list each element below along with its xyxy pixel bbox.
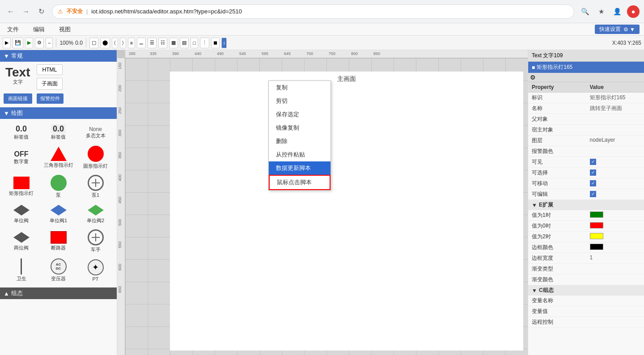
sidebar-item-sanitary[interactable]: 卫生	[4, 257, 39, 284]
canvas-area[interactable]: 285 335 390 440 490 545 595 645 700 750 …	[117, 50, 528, 355]
sidebar-item-two-valve[interactable]: 两位阀	[4, 228, 39, 255]
offset-value: 0.0	[75, 40, 83, 46]
ctx-save-selected[interactable]: 保存选定	[269, 108, 330, 121]
sidebar-item-rect-light[interactable]: 矩形指示灯	[4, 173, 39, 200]
section-common-arrow: ▼	[4, 53, 9, 59]
prop-val-editable: ✓	[586, 189, 644, 199]
canvas-content[interactable]: 主画面 跳转至子画面 复制 剪切 保存选定 镜像复制 删除 从控件粘贴	[125, 58, 528, 355]
back-button[interactable]: ←	[4, 5, 17, 18]
visible-checkbox[interactable]: ✓	[590, 159, 596, 165]
toolbar-icon3[interactable]: 〈	[112, 38, 118, 48]
rect-light-text: 矩形指示灯	[9, 190, 34, 197]
section-common-header[interactable]: ▼ 常规	[0, 50, 117, 62]
minus-tool[interactable]: −	[46, 38, 53, 48]
label-val1-icon: 0.0	[16, 124, 27, 134]
canvas-main-area[interactable]: 主画面 跳转至子画面	[170, 72, 523, 351]
selectable-checkbox[interactable]: ✓	[590, 169, 596, 176]
movable-checkbox[interactable]: ✓	[590, 180, 596, 186]
alarm-control-button[interactable]: 报警控件	[37, 93, 64, 104]
sidebar-item-label-val1[interactable]: 0.0 标签值	[4, 123, 39, 142]
toolbar-icon6[interactable]: ⚊	[137, 38, 146, 48]
sidebar-item-pump1[interactable]: 泵1	[78, 173, 113, 200]
section-groupstate-arrow: ▲	[4, 290, 9, 297]
color-swatch-green[interactable]	[590, 211, 603, 218]
sidebar-item-pt[interactable]: ✦ PT	[78, 257, 113, 284]
settings-tool[interactable]: ⚙	[35, 38, 44, 48]
info-btn[interactable]: i	[221, 38, 227, 48]
bookmark-icon-btn[interactable]: ★	[595, 5, 607, 18]
sidebar-item-transformer[interactable]: ACDC 变压器	[41, 257, 76, 284]
section-e-extend[interactable]: ▼ E扩展	[528, 200, 644, 210]
prop-key-layer: 图层	[528, 135, 586, 146]
toolbar-icon12[interactable]: ⋮	[200, 38, 209, 48]
toolbar-icon10[interactable]: ▤	[180, 38, 189, 48]
forward-button[interactable]: →	[20, 5, 32, 18]
sidebar-item-text[interactable]: Text 文字	[4, 64, 32, 87]
prop-val-var-name	[586, 296, 644, 306]
quick-settings-btn[interactable]: 快速设置 ⚙ ▼	[595, 25, 640, 34]
sidebar-item-multistate[interactable]: None 多态文本	[78, 123, 113, 142]
color-swatch-black[interactable]	[590, 244, 603, 250]
right-panel-top: Text 文字109	[528, 50, 644, 62]
editable-checkbox[interactable]: ✓	[590, 191, 596, 197]
toolbar-icon7[interactable]: ☰	[148, 38, 157, 48]
ctx-data-update-script[interactable]: 数据更新脚本	[269, 161, 330, 175]
color-swatch-red[interactable]	[590, 222, 603, 228]
multistate-icon: None	[89, 126, 102, 132]
reload-button[interactable]: ↻	[35, 5, 47, 18]
toolbar-icon5[interactable]: ≡	[128, 38, 135, 48]
prop-row-gradient-type: 渐变类型	[528, 264, 644, 275]
toolbar-icon4[interactable]: 〉	[120, 38, 126, 48]
ruler-top: 285 335 390 440 490 545 595 645 700 750 …	[125, 50, 528, 58]
sidebar-item-digital[interactable]: OFF 数字量	[4, 144, 39, 171]
sidebar-item-valve2[interactable]: 单位阀2	[78, 202, 113, 226]
right-panel-tool1[interactable]: ⚙	[530, 74, 536, 81]
address-bar[interactable]: ⚠ 不安全 | iot.idosp.net/html/scada/editor.…	[52, 4, 574, 19]
two-valve-text: 两位阀	[14, 245, 29, 251]
sidebar-item-triangle-light[interactable]: 三角形指示灯	[41, 144, 76, 171]
ctx-delete[interactable]: 删除	[269, 135, 330, 148]
text-label-icon: Text	[5, 66, 30, 79]
ctx-paste-from[interactable]: 从控件粘贴	[269, 148, 330, 161]
sidebar-item-valve1[interactable]: 单位阀1	[41, 202, 76, 226]
menu-file[interactable]: 文件	[4, 25, 21, 34]
section-groupstate-header[interactable]: ▲ 组态	[0, 287, 117, 299]
prop-val-alarm-color	[586, 146, 644, 156]
toolbar-icon2[interactable]: ⬤	[100, 38, 110, 48]
section-draw-header[interactable]: ▼ 绘图	[0, 107, 117, 119]
sidebar-item-wheel[interactable]: 车手	[78, 228, 113, 255]
sidebar-item-label-val2[interactable]: 0.0 标签值	[41, 123, 76, 142]
prop-row-border-width: 边框宽度 1	[528, 253, 644, 264]
save-tool[interactable]: 💾	[13, 38, 23, 48]
prop-val-val2	[586, 232, 644, 242]
ctx-copy[interactable]: 复制	[269, 81, 330, 94]
account-icon-btn[interactable]: 👤	[611, 5, 623, 18]
prop-key-val0: 值为0时	[528, 221, 586, 231]
sidebar-item-valve[interactable]: 单位阀	[4, 202, 39, 226]
sidebar-item-pump[interactable]: 泵	[41, 173, 76, 200]
html-button[interactable]: HTML	[37, 64, 63, 75]
select-tool[interactable]: ▶	[3, 38, 11, 48]
ctx-mouse-click-script[interactable]: 鼠标点击脚本	[269, 175, 330, 190]
play-tool[interactable]: ▶	[25, 38, 33, 48]
section-c-state[interactable]: ▼ C组态	[528, 285, 644, 296]
more-icon-btn[interactable]: ●	[627, 5, 640, 18]
menu-view[interactable]: 视图	[56, 25, 73, 34]
menu-edit[interactable]: 编辑	[30, 25, 47, 34]
toolbar-icon8[interactable]: ☷	[158, 38, 167, 48]
zijm-button[interactable]: 子画面	[37, 78, 63, 90]
toolbar-icon13[interactable]: ◼	[211, 38, 220, 48]
ctx-mirror-copy[interactable]: 镜像复制	[269, 121, 330, 135]
sidebar-item-circle-light[interactable]: 圆形指示灯	[78, 144, 113, 171]
ctx-cut[interactable]: 剪切	[269, 94, 330, 108]
color-swatch-yellow[interactable]	[590, 233, 603, 239]
toolbar-icon1[interactable]: ▢	[89, 38, 98, 48]
screen-link-button[interactable]: 画面链接	[4, 93, 32, 104]
main-layout: ▼ 常规 Text 文字 HTML 子画面 画面链接 报警控件 ▼ 绘	[0, 50, 644, 355]
toolbar-icon11[interactable]: □	[191, 38, 198, 48]
toolbar-icon9[interactable]: ▦	[169, 38, 178, 48]
sidebar-item-breaker[interactable]: 断路器	[41, 228, 76, 255]
prop-row-movable: 可移动 ✓	[528, 178, 644, 189]
canvas-grid[interactable]: 主画面 跳转至子画面 复制 剪切 保存选定 镜像复制 删除 从控件粘贴	[125, 58, 528, 355]
search-icon-btn[interactable]: 🔍	[579, 5, 591, 18]
